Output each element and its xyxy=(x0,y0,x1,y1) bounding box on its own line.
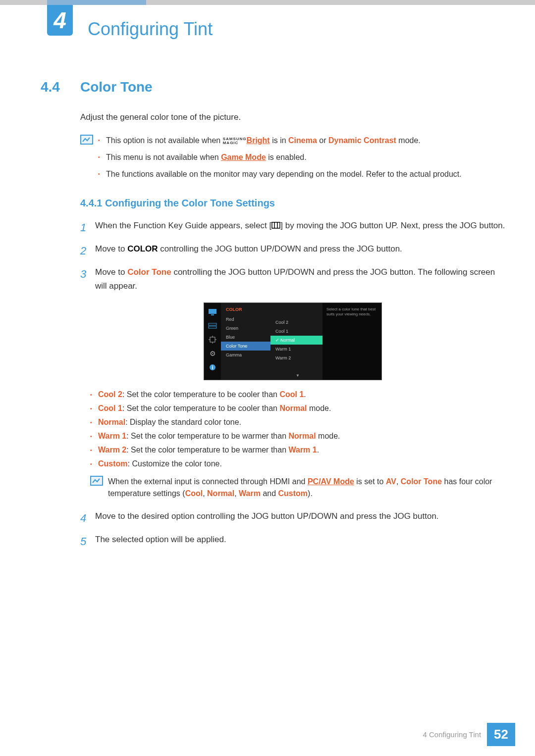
osd-description: Select a color tone that best suits your… xyxy=(322,303,381,380)
osd-option-normal: ✓Normal xyxy=(270,336,322,345)
chapter-title: Configuring Tint xyxy=(88,19,213,40)
osd-menu-green: Green xyxy=(221,324,270,333)
menu-icon xyxy=(271,219,280,233)
note-bullet-1: This option is not available when SAMSUN… xyxy=(98,135,505,147)
intro-paragraph: Adjust the general color tone of the pic… xyxy=(80,112,505,122)
gear-icon: ⚙ xyxy=(208,350,217,357)
option-cool1: Cool 1: Set the color temperature to be … xyxy=(90,404,505,413)
step-2: 2 Move to COLOR controlling the JOG butt… xyxy=(80,242,505,259)
svg-rect-9 xyxy=(210,337,215,342)
osd-option-cool1: Cool 1 xyxy=(270,327,322,336)
monitor-icon xyxy=(208,308,217,316)
footer-page-number: 52 xyxy=(487,723,515,746)
step-3: 3 Move to Color Tone controlling the JOG… xyxy=(80,265,505,292)
svg-rect-5 xyxy=(209,309,216,314)
footer-chapter-text: 4 Configuring Tint xyxy=(423,730,482,739)
option-cool2: Cool 2: Set the color temperature to be … xyxy=(90,390,505,399)
option-warm2: Warm 2: Set the color temperature to be … xyxy=(90,446,505,454)
step-1: 1 When the Function Key Guide appears, s… xyxy=(80,219,505,236)
section-title: Color Tone xyxy=(80,79,153,95)
svg-rect-8 xyxy=(209,326,216,328)
note-bullet-2: This menu is not available when Game Mod… xyxy=(98,151,505,163)
svg-rect-6 xyxy=(211,314,214,315)
osd-menu-header: COLOR xyxy=(221,307,270,315)
osd-menu-blue: Blue xyxy=(221,333,270,342)
svg-rect-2 xyxy=(272,222,280,228)
note-bullet-3: The functions available on the monitor m… xyxy=(98,168,505,180)
note-hdmi: When the external input is connected thr… xyxy=(108,476,505,500)
chapter-number-badge: 4 xyxy=(47,5,73,36)
osd-menu-red: Red xyxy=(221,315,270,324)
note-icon xyxy=(80,135,93,145)
resize-icon xyxy=(208,336,217,344)
info-icon: i xyxy=(208,363,217,371)
osd-screenshot: ⚙ i COLOR Red Green Blue Color Tone Gamm… xyxy=(204,302,382,380)
osd-option-warm1: Warm 1 xyxy=(270,345,322,353)
picture-icon xyxy=(208,322,217,330)
subsection-heading: 4.4.1 Configuring the Color Tone Setting… xyxy=(80,198,505,209)
down-arrow-icon: ▼ xyxy=(296,373,300,378)
option-normal: Normal: Display the standard color tone. xyxy=(90,418,505,427)
svg-rect-7 xyxy=(209,323,216,325)
svg-text:i: i xyxy=(212,365,214,370)
osd-menu-colortone: Color Tone xyxy=(221,342,270,351)
section-number: 4.4 xyxy=(41,79,80,95)
step-5: 5 The selected option will be applied. xyxy=(80,533,505,550)
option-warm1: Warm 1: Set the color temperature to be … xyxy=(90,432,505,441)
note-icon xyxy=(90,476,103,486)
top-accent-bar xyxy=(0,0,535,5)
osd-option-cool2: Cool 2 xyxy=(270,318,322,327)
osd-menu-gamma: Gamma xyxy=(221,351,270,359)
option-custom: Custom: Customize the color tone. xyxy=(90,459,505,468)
step-4: 4 Move to the desired option controlling… xyxy=(80,509,505,527)
osd-option-warm2: Warm 2 xyxy=(270,353,322,362)
